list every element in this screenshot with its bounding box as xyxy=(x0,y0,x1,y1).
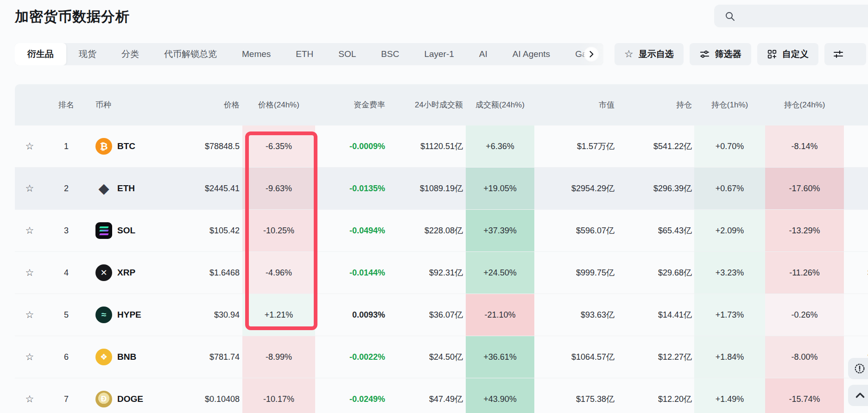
tab-sol[interactable]: SOL xyxy=(326,43,368,65)
alert-badge-button[interactable] xyxy=(848,358,868,379)
show-watchlist-button[interactable]: ☆ 显示自选 xyxy=(615,43,684,65)
table-header: 排名币种价格价格(24h%)资金费率24小时成交额成交额(24h%)市值持仓持仓… xyxy=(15,84,868,125)
tab-现货[interactable]: 现货 xyxy=(66,43,109,65)
header-volChange24h[interactable]: 成交额(24h%) xyxy=(466,84,534,125)
tab-衍生品[interactable]: 衍生品 xyxy=(15,43,66,65)
funding-cell: -0.0249% xyxy=(315,378,392,413)
header-oi24h[interactable]: 持仓(24h%) xyxy=(765,84,844,125)
coin-cell: ₿BTC xyxy=(88,125,148,167)
marketCap-cell: $93.63亿 xyxy=(534,294,621,336)
volume24h-cell: $24.50亿 xyxy=(392,336,466,378)
tab-ai-agents[interactable]: AI Agents xyxy=(500,43,563,65)
table-body: ☆1₿BTC$78848.5-6.35%-0.0009%$1120.51亿+6.… xyxy=(15,125,868,413)
favorite-star-icon[interactable]: ☆ xyxy=(25,394,34,405)
table-row-btc[interactable]: ☆1₿BTC$78848.5-6.35%-0.0009%$1120.51亿+6.… xyxy=(15,125,868,168)
oi1h-cell: +2.09% xyxy=(694,210,765,251)
star-icon: ☆ xyxy=(624,49,634,59)
table-row-bnb[interactable]: ☆6❖BNB$781.74-8.99%-0.0022%$24.50亿+36.61… xyxy=(15,336,868,378)
header-funding[interactable]: 资金费率 xyxy=(315,84,392,125)
header-oi1h[interactable]: 持仓(1h%) xyxy=(694,84,765,125)
tab-layer-1[interactable]: Layer-1 xyxy=(412,43,466,65)
header-marketCap[interactable]: 市值 xyxy=(534,84,621,125)
chevron-up-icon xyxy=(854,389,867,402)
rank-cell: 3 xyxy=(44,210,88,251)
table-row-sol[interactable]: ☆3SOL$105.42-10.25%-0.0494%$228.08亿+37.3… xyxy=(15,210,868,252)
rank-cell: 1 xyxy=(44,125,88,167)
coin-cell: ≈HYPE xyxy=(88,294,148,336)
chevron-right-icon xyxy=(584,47,599,62)
list-sliders-icon xyxy=(833,49,844,60)
tab-eth[interactable]: ETH xyxy=(283,43,326,65)
marketCap-cell: $1.57万亿 xyxy=(534,125,621,167)
header-volume24h[interactable]: 24小时成交额 xyxy=(392,84,466,125)
price-cell: $2445.41 xyxy=(148,168,242,209)
tab-分类[interactable]: 分类 xyxy=(109,43,152,65)
tab-memes[interactable]: Memes xyxy=(229,43,283,65)
favorite-cell: ☆ xyxy=(15,168,44,209)
marketCap-cell: $596.07亿 xyxy=(534,210,621,251)
favorite-star-icon[interactable]: ☆ xyxy=(25,141,34,152)
scroll-top-button[interactable] xyxy=(848,385,868,406)
volChange24h-cell: +19.05% xyxy=(466,168,534,209)
volume24h-cell: $36.07亿 xyxy=(392,294,466,336)
funding-cell: -0.0135% xyxy=(315,168,392,209)
oi24h-cell: -11.26% xyxy=(765,252,844,294)
clipped-next-column-cell: $ xyxy=(844,252,868,294)
volume24h-cell: $92.31亿 xyxy=(392,252,466,294)
rank-cell: 6 xyxy=(44,336,88,378)
marketCap-cell: $999.75亿 xyxy=(534,252,621,294)
table-row-doge[interactable]: ☆7ÐDOGE$0.10408-10.17%-0.0249%$47.49亿+43… xyxy=(15,378,868,413)
volChange24h-cell: +36.61% xyxy=(466,336,534,378)
tab-代币解锁总览[interactable]: 代币解锁总览 xyxy=(152,43,229,65)
search-input[interactable] xyxy=(714,5,868,27)
price-cell: $30.94 xyxy=(148,294,242,336)
coin-cell: ÐDOGE xyxy=(88,378,148,413)
funding-cell: -0.0144% xyxy=(315,252,392,294)
openInterest-cell: $65.43亿 xyxy=(621,210,694,251)
favorite-star-icon[interactable]: ☆ xyxy=(25,309,34,320)
header-change24h[interactable]: 价格(24h%) xyxy=(242,84,315,125)
change24h-cell: -4.96% xyxy=(242,252,315,294)
openInterest-cell: $12.20亿 xyxy=(621,378,694,413)
controls-row: 衍生品现货分类代币解锁总览MemesETHSOLBSCLayer-1AIAI A… xyxy=(15,43,868,65)
table-row-eth[interactable]: ☆2◆ETH$2445.41-9.63%-0.0135%$1089.19亿+19… xyxy=(15,168,868,210)
oi24h-cell: -0.26% xyxy=(765,294,844,336)
table-row-xrp[interactable]: ☆4✕XRP$1.6468-4.96%-0.0144%$92.31亿+24.50… xyxy=(15,252,868,294)
header-price[interactable]: 价格 xyxy=(148,84,242,125)
volChange24h-cell: +43.90% xyxy=(466,378,534,413)
coin-symbol: DOGE xyxy=(117,394,143,404)
badge-alert-icon xyxy=(854,363,866,375)
tabs-overflow-button[interactable] xyxy=(579,43,603,65)
oi24h-cell: -8.14% xyxy=(765,125,844,167)
tab-ai[interactable]: AI xyxy=(467,43,500,65)
header-rank[interactable]: 排名 xyxy=(44,84,88,125)
favorite-cell: ☆ xyxy=(15,378,44,413)
volChange24h-cell: -21.10% xyxy=(466,294,534,336)
price-cell: $781.74 xyxy=(148,336,242,378)
oi1h-cell: +1.49% xyxy=(694,378,765,413)
tab-bsc[interactable]: BSC xyxy=(368,43,412,65)
coin-cell: ✕XRP xyxy=(88,252,148,294)
customize-button[interactable]: 自定义 xyxy=(757,43,818,65)
favorite-star-icon[interactable]: ☆ xyxy=(25,183,34,194)
favorite-star-icon[interactable]: ☆ xyxy=(25,267,34,278)
favorite-cell: ☆ xyxy=(15,210,44,251)
filter-button[interactable]: 筛选器 xyxy=(690,43,751,65)
price-cell: $1.6468 xyxy=(148,252,242,294)
favorite-star-icon[interactable]: ☆ xyxy=(25,351,34,363)
header-coin[interactable]: 币种 xyxy=(88,84,148,125)
toolbar: ☆ 显示自选 筛选器 自定义 xyxy=(615,43,866,65)
favorite-cell: ☆ xyxy=(15,336,44,378)
rank-cell: 2 xyxy=(44,168,88,209)
table-row-hype[interactable]: ☆5≈HYPE$30.94+1.21%0.0093%$36.07亿-21.10%… xyxy=(15,294,868,336)
column-settings-button[interactable] xyxy=(824,43,866,65)
oi1h-cell: +1.84% xyxy=(694,336,765,378)
openInterest-cell: $14.41亿 xyxy=(621,294,694,336)
oi24h-cell: -15.74% xyxy=(765,378,844,413)
funding-cell: -0.0494% xyxy=(315,210,392,251)
funding-cell: -0.0022% xyxy=(315,336,392,378)
favorite-star-icon[interactable]: ☆ xyxy=(25,225,34,236)
header-openInterest[interactable]: 持仓 xyxy=(621,84,694,125)
change24h-cell: -6.35% xyxy=(242,125,315,167)
doge-coin-icon: Ð xyxy=(95,391,112,407)
